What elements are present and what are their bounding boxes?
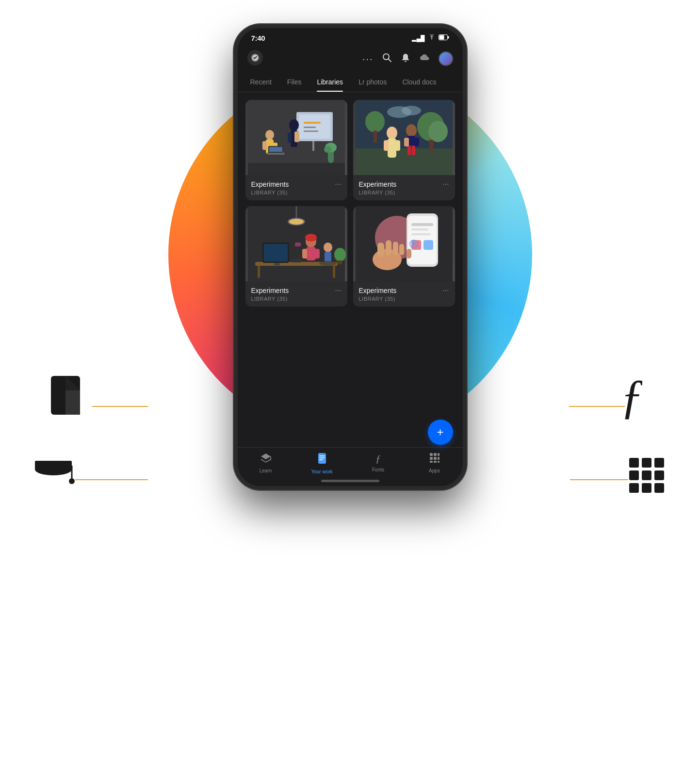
svg-rect-44 bbox=[412, 146, 415, 155]
svg-rect-107 bbox=[654, 458, 664, 468]
tab-your-work-label: Your work bbox=[311, 469, 332, 474]
svg-rect-46 bbox=[414, 138, 419, 146]
svg-point-4 bbox=[383, 54, 389, 60]
user-avatar[interactable] bbox=[439, 51, 453, 66]
svg-point-36 bbox=[402, 106, 421, 115]
svg-rect-61 bbox=[306, 247, 316, 260]
volume-down-button bbox=[234, 123, 235, 142]
library-card-3[interactable]: Experiments ··· LIBRARY (35) bbox=[245, 206, 347, 307]
phone-mockup: 7:40 ▂▄█ bbox=[234, 24, 467, 490]
signal-icon: ▂▄█ bbox=[412, 35, 424, 42]
card-info-1: Experiments ··· LIBRARY (35) bbox=[245, 175, 347, 200]
svg-rect-84 bbox=[393, 242, 398, 255]
status-icons: ▂▄█ bbox=[412, 34, 449, 42]
tab-recent[interactable]: Recent bbox=[243, 72, 279, 92]
svg-rect-77 bbox=[411, 233, 431, 235]
svg-rect-15 bbox=[288, 133, 292, 143]
svg-rect-40 bbox=[395, 140, 400, 151]
svg-rect-113 bbox=[654, 483, 664, 493]
svg-point-41 bbox=[406, 124, 417, 137]
more-icon[interactable]: ··· bbox=[362, 53, 374, 65]
svg-point-3 bbox=[247, 50, 263, 65]
learn-icon bbox=[260, 453, 272, 466]
svg-rect-108 bbox=[629, 470, 639, 480]
search-icon[interactable] bbox=[382, 53, 392, 65]
svg-rect-45 bbox=[404, 138, 409, 146]
card-subtitle-3: LIBRARY (35) bbox=[251, 296, 342, 302]
phone-frame: 7:40 ▂▄█ bbox=[234, 24, 467, 490]
battery-icon bbox=[439, 34, 449, 42]
svg-rect-2 bbox=[439, 35, 444, 40]
svg-rect-109 bbox=[642, 470, 651, 480]
svg-point-88 bbox=[412, 242, 416, 246]
add-fab-button[interactable]: + bbox=[428, 420, 453, 445]
svg-point-51 bbox=[289, 219, 304, 225]
tab-lr-photos[interactable]: Lr photos bbox=[351, 72, 394, 92]
svg-rect-93 bbox=[430, 457, 433, 460]
card-menu-2[interactable]: ··· bbox=[442, 180, 449, 189]
cloud-icon[interactable] bbox=[419, 54, 430, 64]
card-menu-1[interactable]: ··· bbox=[335, 180, 341, 189]
svg-rect-92 bbox=[438, 453, 440, 456]
tab-files[interactable]: Files bbox=[279, 72, 309, 92]
svg-point-17 bbox=[265, 130, 274, 140]
app-header: ··· bbox=[238, 45, 463, 72]
library-card-2[interactable]: Experiments ··· LIBRARY (35) bbox=[353, 100, 455, 200]
tab-fonts-label: Fonts bbox=[372, 467, 384, 472]
card-image-3 bbox=[245, 206, 347, 281]
external-graduation-icon bbox=[29, 451, 78, 492]
svg-rect-68 bbox=[338, 260, 342, 264]
svg-rect-86 bbox=[407, 249, 411, 259]
wifi-icon bbox=[428, 34, 436, 42]
status-bar: 7:40 ▂▄█ bbox=[238, 28, 463, 45]
card-image-1 bbox=[245, 100, 347, 175]
svg-rect-106 bbox=[642, 458, 651, 468]
card-subtitle-1: LIBRARY (35) bbox=[251, 190, 342, 195]
svg-rect-62 bbox=[302, 249, 307, 259]
tab-libraries[interactable]: Libraries bbox=[309, 72, 351, 92]
svg-rect-97 bbox=[434, 461, 437, 463]
svg-rect-12 bbox=[312, 141, 314, 151]
card-menu-4[interactable]: ··· bbox=[442, 286, 449, 295]
svg-point-103 bbox=[69, 478, 75, 484]
bell-icon[interactable] bbox=[401, 53, 410, 65]
svg-rect-32 bbox=[429, 140, 433, 152]
tab-fonts[interactable]: ƒ Fonts bbox=[350, 453, 407, 474]
home-indicator bbox=[321, 480, 379, 482]
svg-rect-95 bbox=[438, 457, 440, 460]
tab-learn[interactable]: Learn bbox=[238, 453, 294, 474]
fab-container: + bbox=[428, 420, 453, 445]
svg-rect-16 bbox=[294, 131, 299, 142]
svg-rect-53 bbox=[258, 266, 260, 278]
tab-apps[interactable]: Apps bbox=[407, 453, 463, 474]
card-info-2: Experiments ··· LIBRARY (35) bbox=[353, 175, 455, 200]
svg-rect-54 bbox=[333, 266, 335, 278]
svg-rect-10 bbox=[304, 127, 316, 128]
svg-rect-38 bbox=[388, 138, 396, 158]
card-info-4: Experiments ··· LIBRARY (35) bbox=[353, 281, 455, 307]
svg-point-31 bbox=[428, 121, 448, 142]
tab-apps-label: Apps bbox=[429, 468, 440, 473]
adobe-logo[interactable] bbox=[247, 50, 263, 67]
svg-rect-63 bbox=[315, 249, 320, 259]
svg-rect-9 bbox=[304, 122, 321, 124]
tab-cloud-docs[interactable]: Cloud docs bbox=[395, 72, 444, 92]
svg-rect-98 bbox=[438, 461, 440, 463]
svg-rect-39 bbox=[384, 140, 389, 151]
card-menu-3[interactable]: ··· bbox=[335, 286, 341, 295]
library-card-1[interactable]: Experiments ··· LIBRARY (35) bbox=[245, 100, 347, 200]
card-info-3: Experiments ··· LIBRARY (35) bbox=[245, 281, 347, 307]
header-icons: ··· bbox=[362, 51, 453, 66]
svg-rect-83 bbox=[386, 240, 391, 256]
status-time: 7:40 bbox=[251, 34, 265, 42]
svg-rect-112 bbox=[642, 483, 651, 493]
svg-rect-26 bbox=[269, 147, 282, 152]
card-subtitle-4: LIBRARY (35) bbox=[359, 296, 449, 302]
library-card-4[interactable]: Experiments ··· LIBRARY (35) bbox=[353, 206, 455, 307]
tab-your-work[interactable]: Your work bbox=[294, 453, 350, 474]
svg-point-13 bbox=[289, 119, 299, 131]
svg-rect-75 bbox=[411, 223, 433, 226]
svg-point-64 bbox=[324, 243, 332, 252]
svg-rect-90 bbox=[430, 453, 433, 456]
fonts-icon: ƒ bbox=[375, 453, 381, 465]
